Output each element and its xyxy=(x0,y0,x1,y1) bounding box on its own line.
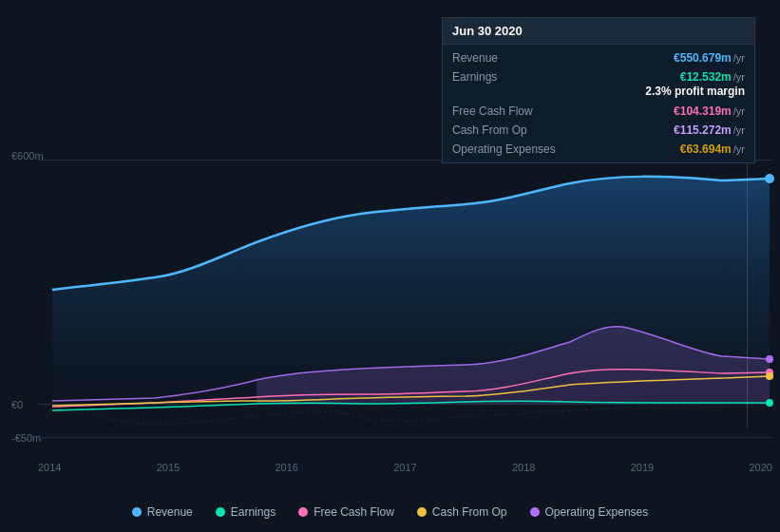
tooltip-cashfromop-label: Cash From Op xyxy=(452,124,527,137)
tooltip-revenue-row: Revenue €550.679m/yr xyxy=(443,48,754,67)
legend-earnings: Earnings xyxy=(216,505,276,519)
legend-opex-label: Operating Expenses xyxy=(545,505,649,519)
svg-point-4 xyxy=(766,399,773,407)
tooltip-opex-row: Operating Expenses €63.694m/yr xyxy=(443,140,754,159)
legend-opex: Operating Expenses xyxy=(530,505,649,519)
tooltip-cashfromop-value: €115.272m/yr xyxy=(674,124,745,137)
tooltip-opex-label: Operating Expenses xyxy=(452,142,556,156)
legend-revenue-label: Revenue xyxy=(147,505,193,519)
tooltip-revenue-value: €550.679m/yr xyxy=(674,51,745,65)
x-label-2017: 2017 xyxy=(393,462,416,473)
x-axis: 2014 2015 2016 2017 2018 2019 2020 xyxy=(38,462,772,473)
tooltip-cashfromop-row: Cash From Op €115.272m/yr xyxy=(443,121,754,140)
tooltip-card: Jun 30 2020 Revenue €550.679m/yr Earning… xyxy=(442,17,755,163)
x-label-2020: 2020 xyxy=(750,462,772,473)
legend-earnings-dot xyxy=(216,507,225,517)
svg-point-3 xyxy=(766,372,773,380)
svg-point-0 xyxy=(765,174,774,183)
x-label-2016: 2016 xyxy=(276,462,298,473)
tooltip-revenue-label: Revenue xyxy=(452,51,498,65)
legend-cashfromop: Cash From Op xyxy=(417,505,507,519)
tooltip-earnings-row: Earnings €12.532m/yr xyxy=(443,67,754,84)
legend-cashfromop-label: Cash From Op xyxy=(432,505,507,519)
x-label-2019: 2019 xyxy=(631,462,654,473)
tooltip-earnings-label: Earnings xyxy=(452,70,497,84)
tooltip-fcf-label: Free Cash Flow xyxy=(452,104,533,118)
chart-container: Jun 30 2020 Revenue €550.679m/yr Earning… xyxy=(0,0,780,532)
tooltip-fcf-value: €104.319m/yr xyxy=(674,104,745,118)
tooltip-body: Revenue €550.679m/yr Earnings €12.532m/y… xyxy=(443,45,754,162)
legend-fcf-dot xyxy=(298,507,308,517)
legend-opex-dot xyxy=(530,507,540,517)
legend-revenue-dot xyxy=(132,507,142,517)
x-label-2015: 2015 xyxy=(157,462,180,473)
x-label-2018: 2018 xyxy=(512,462,535,473)
hover-line xyxy=(747,147,748,428)
tooltip-date: Jun 30 2020 xyxy=(443,18,754,45)
legend: Revenue Earnings Free Cash Flow Cash Fro… xyxy=(0,505,780,519)
legend-fcf-label: Free Cash Flow xyxy=(314,505,394,519)
legend-fcf: Free Cash Flow xyxy=(298,505,394,519)
legend-revenue: Revenue xyxy=(132,505,193,519)
tooltip-fcf-row: Free Cash Flow €104.319m/yr xyxy=(443,102,754,121)
tooltip-profit-margin: 2.3% profit margin xyxy=(443,84,754,102)
legend-earnings-label: Earnings xyxy=(231,505,276,519)
x-label-2014: 2014 xyxy=(38,462,61,473)
tooltip-earnings-value: €12.532m/yr xyxy=(680,70,745,84)
legend-cashfromop-dot xyxy=(417,507,427,517)
tooltip-opex-value: €63.694m/yr xyxy=(680,142,745,156)
